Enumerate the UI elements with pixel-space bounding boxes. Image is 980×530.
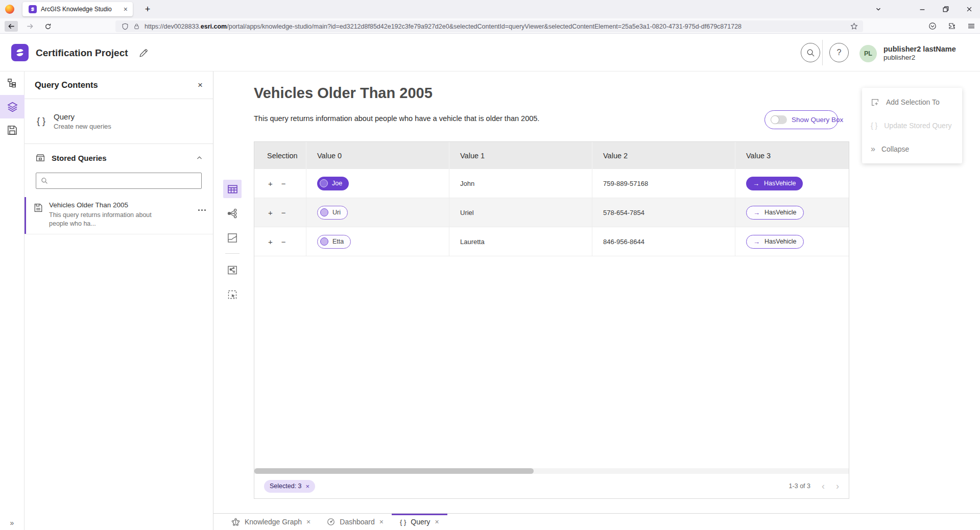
relationship-chip[interactable]: →HasVehicle	[746, 206, 804, 220]
search-button[interactable]	[801, 43, 820, 62]
url-text[interactable]: https://dev0028833.esri.com/portal/apps/…	[145, 23, 846, 30]
browser-window: ArcGIS Knowledge Studio × + https://dev0…	[0, 0, 980, 530]
menu-hamburger-icon[interactable]	[967, 22, 975, 30]
tab-close-icon[interactable]: ×	[124, 5, 128, 13]
url-bar[interactable]: https://dev0028833.esri.com/portal/apps/…	[115, 20, 863, 32]
stored-queries-title: Stored Queries	[52, 154, 107, 162]
row-remove-selection-button[interactable]: −	[281, 208, 286, 217]
column-header-value0[interactable]: Value 0	[306, 142, 449, 169]
expand-rail-button[interactable]: »	[0, 519, 25, 527]
results-table: Selection Value 0 Value 1 Value 2 Value …	[254, 141, 849, 499]
entity-chip[interactable]: Joe	[317, 177, 349, 190]
tab-close-icon[interactable]: ×	[435, 518, 439, 526]
window-close-button[interactable]	[959, 0, 979, 18]
user-avatar[interactable]: PL	[859, 45, 877, 62]
column-header-selection[interactable]: Selection	[254, 142, 306, 169]
tab-close-icon[interactable]: ×	[379, 518, 384, 526]
next-page-button[interactable]: ›	[836, 481, 839, 491]
table-view-button[interactable]	[223, 180, 242, 198]
scrollbar-thumb[interactable]	[254, 468, 534, 474]
tab-knowledge-graph[interactable]: Knowledge Graph ×	[223, 514, 319, 530]
new-tab-button[interactable]: +	[141, 3, 154, 16]
tab-close-icon[interactable]: ×	[306, 518, 310, 526]
tracking-shield-icon[interactable]	[122, 23, 129, 30]
column-header-value3[interactable]: Value 3	[735, 142, 849, 169]
entity-dot-icon	[320, 179, 328, 187]
horizontal-scrollbar[interactable]	[254, 468, 849, 474]
row-range-label: 1-3 of 3	[789, 483, 810, 490]
row-add-selection-button[interactable]: +	[268, 237, 273, 246]
firefox-logo-icon[interactable]	[5, 5, 14, 14]
reload-button[interactable]	[41, 21, 55, 32]
back-button[interactable]	[5, 21, 18, 32]
stored-queries-search[interactable]	[36, 173, 202, 189]
add-to-link-chart-button[interactable]	[223, 261, 242, 279]
cell-value2[interactable]: 759-889-57168	[592, 169, 735, 198]
table-footer: Selected: 3 × 1-3 of 3 ‹ ›	[254, 474, 849, 498]
project-title: Certification Project	[36, 47, 128, 59]
panel-close-icon[interactable]: ×	[198, 80, 203, 90]
row-add-selection-button[interactable]: +	[268, 179, 273, 188]
map-view-button[interactable]	[223, 229, 242, 247]
table-icon	[227, 184, 238, 195]
overflow-menu-icon[interactable]	[198, 209, 206, 229]
saved-query-icon	[34, 203, 43, 212]
extensions-puzzle-icon[interactable]	[948, 22, 956, 30]
relationship-chip[interactable]: →HasVehicle	[746, 177, 803, 190]
pocket-icon[interactable]	[928, 22, 937, 30]
braces-icon: { }	[400, 518, 406, 526]
user-info[interactable]: publisher2 lastName publisher2	[883, 44, 956, 62]
window-minimize-button[interactable]	[912, 0, 933, 18]
column-header-value2[interactable]: Value 2	[592, 142, 735, 169]
view-toolbar	[223, 180, 242, 310]
query-description: This query returns information about peo…	[254, 114, 539, 123]
edit-title-pencil-icon[interactable]	[139, 49, 148, 58]
query-contents-panel: Query Contents × { } Query Create new qu…	[25, 71, 213, 530]
cell-value1[interactable]: John	[449, 169, 592, 198]
rail-item-contents[interactable]	[0, 95, 25, 118]
menu-item-update-stored-query[interactable]: { } Update Stored Query	[862, 114, 962, 137]
query-create-item[interactable]: { } Query Create new queries	[25, 99, 213, 144]
add-selection-icon	[871, 98, 879, 107]
menu-item-add-selection-to[interactable]: Add Selection To	[862, 90, 962, 114]
select-area-icon	[227, 290, 237, 300]
entity-chip[interactable]: Uri	[317, 206, 348, 220]
stored-queries-header[interactable]: Stored Queries	[25, 148, 213, 167]
cell-value2[interactable]: 578-654-7854	[592, 198, 735, 227]
row-add-selection-button[interactable]: +	[268, 208, 273, 217]
help-button[interactable]: ?	[829, 43, 849, 62]
tab-list-chevron-icon[interactable]	[868, 0, 889, 18]
previous-page-button[interactable]: ‹	[822, 481, 825, 491]
search-icon	[806, 49, 815, 57]
show-query-box-toggle[interactable]: Show Query Box	[764, 110, 838, 129]
selection-tool-button[interactable]	[223, 285, 242, 304]
link-chart-view-button[interactable]	[223, 204, 242, 223]
window-restore-button[interactable]	[936, 0, 956, 18]
cell-value1[interactable]: Uriel	[449, 198, 592, 227]
rail-item-data-model[interactable]	[0, 71, 25, 95]
tab-dashboard[interactable]: Dashboard ×	[319, 514, 392, 530]
stored-queries-search-input[interactable]	[52, 173, 201, 188]
column-header-value1[interactable]: Value 1	[449, 142, 592, 169]
selected-count-chip[interactable]: Selected: 3 ×	[264, 480, 315, 493]
menu-item-collapse[interactable]: » Collapse	[862, 137, 962, 161]
bookmark-star-icon[interactable]	[850, 22, 858, 30]
entity-chip[interactable]: Etta	[317, 235, 351, 249]
arrow-right-icon: →	[753, 209, 760, 216]
forward-button[interactable]	[23, 21, 36, 32]
stored-query-title: Vehicles Older Than 2005	[49, 201, 155, 209]
toggle-switch[interactable]	[771, 115, 787, 124]
rail-item-save[interactable]	[0, 118, 25, 142]
cell-value1[interactable]: Lauretta	[449, 227, 592, 256]
row-remove-selection-button[interactable]: −	[281, 237, 286, 246]
cell-value2[interactable]: 846-956-8644	[592, 227, 735, 256]
relationship-chip[interactable]: →HasVehicle	[746, 235, 804, 249]
tab-query[interactable]: { } Query ×	[392, 514, 447, 530]
row-remove-selection-button[interactable]: −	[281, 179, 286, 188]
stored-query-item[interactable]: Vehicles Older Than 2005 This query retu…	[25, 197, 213, 234]
lock-icon[interactable]	[133, 23, 140, 30]
collapse-chevron-icon[interactable]	[196, 155, 203, 161]
browser-tab[interactable]: ArcGIS Knowledge Studio ×	[22, 2, 133, 16]
arcgis-knowledge-logo[interactable]	[11, 44, 29, 61]
clear-selection-icon[interactable]: ×	[306, 483, 310, 490]
